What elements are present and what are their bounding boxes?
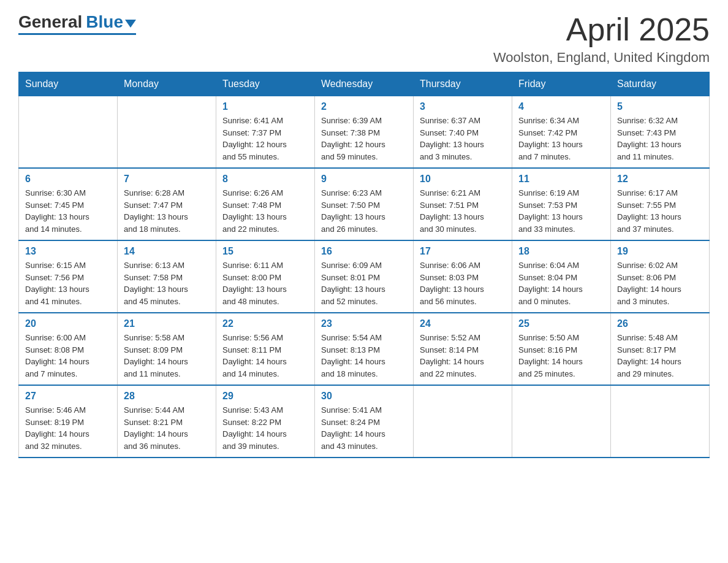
day-info: Sunrise: 6:17 AM Sunset: 7:55 PM Dayligh… <box>617 187 703 235</box>
day-info: Sunrise: 6:37 AM Sunset: 7:40 PM Dayligh… <box>420 115 506 163</box>
day-info: Sunrise: 6:19 AM Sunset: 7:53 PM Dayligh… <box>518 187 604 235</box>
day-info: Sunrise: 6:26 AM Sunset: 7:48 PM Dayligh… <box>222 187 308 235</box>
day-info: Sunrise: 6:02 AM Sunset: 8:06 PM Dayligh… <box>617 259 703 307</box>
logo-general: General <box>18 12 82 32</box>
day-info: Sunrise: 5:44 AM Sunset: 8:21 PM Dayligh… <box>124 404 210 452</box>
day-number: 11 <box>518 174 604 185</box>
logo-arrow-icon <box>125 20 136 28</box>
day-info: Sunrise: 6:04 AM Sunset: 8:04 PM Dayligh… <box>518 259 604 307</box>
day-info: Sunrise: 5:46 AM Sunset: 8:19 PM Dayligh… <box>25 404 111 452</box>
day-number: 7 <box>124 174 210 185</box>
day-number: 6 <box>25 174 111 185</box>
location: Woolston, England, United Kingdom <box>493 50 710 66</box>
calendar-cell: 18Sunrise: 6:04 AM Sunset: 8:04 PM Dayli… <box>512 240 611 313</box>
calendar-cell <box>611 385 710 458</box>
day-info: Sunrise: 6:23 AM Sunset: 7:50 PM Dayligh… <box>321 187 407 235</box>
calendar-cell: 11Sunrise: 6:19 AM Sunset: 7:53 PM Dayli… <box>512 168 611 240</box>
day-info: Sunrise: 6:21 AM Sunset: 7:51 PM Dayligh… <box>420 187 506 235</box>
day-number: 12 <box>617 174 703 185</box>
day-number: 8 <box>222 174 308 185</box>
day-number: 9 <box>321 174 407 185</box>
day-info: Sunrise: 5:50 AM Sunset: 8:16 PM Dayligh… <box>518 332 604 380</box>
day-number: 18 <box>518 246 604 257</box>
day-number: 26 <box>617 318 703 329</box>
day-number: 28 <box>124 391 210 402</box>
calendar-cell: 19Sunrise: 6:02 AM Sunset: 8:06 PM Dayli… <box>611 240 710 313</box>
day-info: Sunrise: 6:09 AM Sunset: 8:01 PM Dayligh… <box>321 259 407 307</box>
day-number: 29 <box>222 391 308 402</box>
day-number: 2 <box>321 101 407 112</box>
day-info: Sunrise: 6:39 AM Sunset: 7:38 PM Dayligh… <box>321 115 407 163</box>
week-row-4: 20Sunrise: 6:00 AM Sunset: 8:08 PM Dayli… <box>19 313 710 385</box>
calendar-cell: 8Sunrise: 6:26 AM Sunset: 7:48 PM Daylig… <box>216 168 315 240</box>
calendar-cell: 6Sunrise: 6:30 AM Sunset: 7:45 PM Daylig… <box>19 168 118 240</box>
page-header: General Blue April 2025 Woolston, Englan… <box>18 12 710 66</box>
calendar-cell: 9Sunrise: 6:23 AM Sunset: 7:50 PM Daylig… <box>315 168 414 240</box>
logo-blue-text: Blue <box>86 12 123 32</box>
day-info: Sunrise: 6:30 AM Sunset: 7:45 PM Dayligh… <box>25 187 111 235</box>
calendar-cell: 21Sunrise: 5:58 AM Sunset: 8:09 PM Dayli… <box>118 313 216 385</box>
week-row-5: 27Sunrise: 5:46 AM Sunset: 8:19 PM Dayli… <box>19 385 710 458</box>
calendar-cell: 17Sunrise: 6:06 AM Sunset: 8:03 PM Dayli… <box>414 240 512 313</box>
header-row: SundayMondayTuesdayWednesdayThursdayFrid… <box>19 72 710 96</box>
calendar-cell: 7Sunrise: 6:28 AM Sunset: 7:47 PM Daylig… <box>118 168 216 240</box>
calendar-cell: 4Sunrise: 6:34 AM Sunset: 7:42 PM Daylig… <box>512 96 611 169</box>
calendar-cell: 20Sunrise: 6:00 AM Sunset: 8:08 PM Dayli… <box>19 313 118 385</box>
header-friday: Friday <box>512 72 611 96</box>
calendar-cell: 1Sunrise: 6:41 AM Sunset: 7:37 PM Daylig… <box>216 96 315 169</box>
day-number: 20 <box>25 318 111 329</box>
calendar-cell: 29Sunrise: 5:43 AM Sunset: 8:22 PM Dayli… <box>216 385 315 458</box>
title-section: April 2025 Woolston, England, United Kin… <box>493 12 710 66</box>
header-monday: Monday <box>118 72 216 96</box>
header-sunday: Sunday <box>19 72 118 96</box>
calendar-cell <box>512 385 611 458</box>
day-number: 19 <box>617 246 703 257</box>
calendar-cell: 27Sunrise: 5:46 AM Sunset: 8:19 PM Dayli… <box>19 385 118 458</box>
day-info: Sunrise: 6:34 AM Sunset: 7:42 PM Dayligh… <box>518 115 604 163</box>
week-row-3: 13Sunrise: 6:15 AM Sunset: 7:56 PM Dayli… <box>19 240 710 313</box>
calendar-cell: 13Sunrise: 6:15 AM Sunset: 7:56 PM Dayli… <box>19 240 118 313</box>
day-info: Sunrise: 6:32 AM Sunset: 7:43 PM Dayligh… <box>617 115 703 163</box>
day-info: Sunrise: 6:11 AM Sunset: 8:00 PM Dayligh… <box>222 259 308 307</box>
calendar-cell: 22Sunrise: 5:56 AM Sunset: 8:11 PM Dayli… <box>216 313 315 385</box>
week-row-2: 6Sunrise: 6:30 AM Sunset: 7:45 PM Daylig… <box>19 168 710 240</box>
header-thursday: Thursday <box>414 72 512 96</box>
day-number: 15 <box>222 246 308 257</box>
day-number: 21 <box>124 318 210 329</box>
calendar-cell: 26Sunrise: 5:48 AM Sunset: 8:17 PM Dayli… <box>611 313 710 385</box>
calendar-cell: 25Sunrise: 5:50 AM Sunset: 8:16 PM Dayli… <box>512 313 611 385</box>
day-number: 23 <box>321 318 407 329</box>
day-info: Sunrise: 6:28 AM Sunset: 7:47 PM Dayligh… <box>124 187 210 235</box>
day-number: 5 <box>617 101 703 112</box>
day-info: Sunrise: 6:41 AM Sunset: 7:37 PM Dayligh… <box>222 115 308 163</box>
day-info: Sunrise: 6:15 AM Sunset: 7:56 PM Dayligh… <box>25 259 111 307</box>
day-number: 25 <box>518 318 604 329</box>
header-saturday: Saturday <box>611 72 710 96</box>
calendar-cell <box>118 96 216 169</box>
day-number: 24 <box>420 318 506 329</box>
week-row-1: 1Sunrise: 6:41 AM Sunset: 7:37 PM Daylig… <box>19 96 710 169</box>
calendar-table: SundayMondayTuesdayWednesdayThursdayFrid… <box>18 72 710 458</box>
day-number: 14 <box>124 246 210 257</box>
calendar-cell: 2Sunrise: 6:39 AM Sunset: 7:38 PM Daylig… <box>315 96 414 169</box>
day-number: 17 <box>420 246 506 257</box>
calendar-cell: 23Sunrise: 5:54 AM Sunset: 8:13 PM Dayli… <box>315 313 414 385</box>
logo-underline <box>18 33 136 35</box>
day-info: Sunrise: 5:41 AM Sunset: 8:24 PM Dayligh… <box>321 404 407 452</box>
calendar-cell: 3Sunrise: 6:37 AM Sunset: 7:40 PM Daylig… <box>414 96 512 169</box>
calendar-cell: 5Sunrise: 6:32 AM Sunset: 7:43 PM Daylig… <box>611 96 710 169</box>
calendar-cell: 24Sunrise: 5:52 AM Sunset: 8:14 PM Dayli… <box>414 313 512 385</box>
day-info: Sunrise: 5:58 AM Sunset: 8:09 PM Dayligh… <box>124 332 210 380</box>
calendar-cell <box>414 385 512 458</box>
header-wednesday: Wednesday <box>315 72 414 96</box>
calendar-cell <box>19 96 118 169</box>
day-info: Sunrise: 6:00 AM Sunset: 8:08 PM Dayligh… <box>25 332 111 380</box>
day-info: Sunrise: 6:13 AM Sunset: 7:58 PM Dayligh… <box>124 259 210 307</box>
day-info: Sunrise: 5:54 AM Sunset: 8:13 PM Dayligh… <box>321 332 407 380</box>
day-info: Sunrise: 5:43 AM Sunset: 8:22 PM Dayligh… <box>222 404 308 452</box>
day-number: 27 <box>25 391 111 402</box>
day-number: 16 <box>321 246 407 257</box>
day-number: 22 <box>222 318 308 329</box>
month-title: April 2025 <box>493 12 710 47</box>
calendar-cell: 30Sunrise: 5:41 AM Sunset: 8:24 PM Dayli… <box>315 385 414 458</box>
